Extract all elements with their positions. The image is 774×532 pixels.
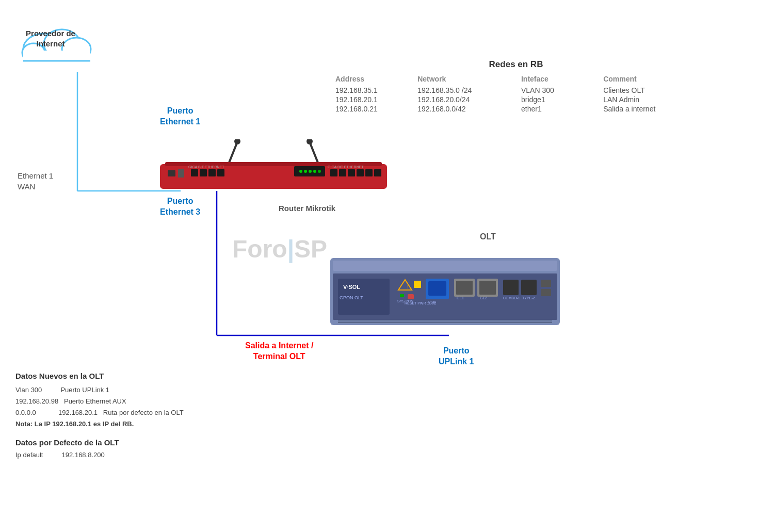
cloud-line2: Internet bbox=[36, 39, 64, 48]
svg-rect-54 bbox=[456, 281, 473, 295]
svg-point-22 bbox=[313, 170, 316, 173]
svg-text:TYPE-2: TYPE-2 bbox=[522, 296, 535, 300]
row1-network: 192.168.35.0 /24 bbox=[417, 86, 511, 94]
col-header-network: Network bbox=[417, 75, 511, 83]
svg-text:PON: PON bbox=[428, 300, 436, 304]
redes-rb-table: Address Network Inteface Comment 192.168… bbox=[335, 75, 697, 113]
datos-nuevos-content: Vlan 300 Puerto UPLink 1 192.168.20.98 P… bbox=[15, 384, 377, 430]
foro-isp-watermark: Foro|SP bbox=[232, 235, 327, 263]
row3-comment: Salida a internet bbox=[603, 105, 697, 113]
svg-text:!: ! bbox=[407, 284, 409, 289]
puerto-eth3-label: Puerto Ethernet 3 bbox=[160, 196, 200, 218]
olt-device: V·SOL GPON OLT ! SYS PON RESET PWR 1GbE bbox=[330, 248, 562, 330]
router-device: GIGA BIT ETHERNET GIGA BIT ETHERNET bbox=[150, 139, 397, 191]
puerto-eth1-line2: Ethernet 1 bbox=[160, 117, 200, 127]
col-header-address: Address bbox=[335, 75, 407, 83]
olt-device-label: OLT bbox=[480, 232, 496, 241]
svg-rect-33 bbox=[357, 169, 364, 176]
svg-rect-46 bbox=[414, 281, 421, 288]
router-mikrotik-label: Router Mikrotik bbox=[279, 204, 335, 213]
svg-rect-32 bbox=[348, 169, 355, 176]
row1-comment: Clientes OLT bbox=[603, 86, 697, 94]
svg-rect-56 bbox=[479, 281, 496, 295]
svg-text:GIGA BIT ETHERNET: GIGA BIT ETHERNET bbox=[328, 165, 364, 169]
svg-point-21 bbox=[309, 170, 312, 173]
svg-rect-35 bbox=[374, 169, 381, 176]
svg-rect-34 bbox=[365, 169, 373, 176]
eth1-wan-line2: WAN bbox=[18, 181, 53, 192]
datos-nuevos-line1: Vlan 300 Puerto UPLink 1 bbox=[15, 384, 377, 396]
row1-address: 192.168.35.1 bbox=[335, 86, 407, 94]
puerto-uplink1-label: Puerto UPLink 1 bbox=[439, 346, 474, 367]
svg-rect-47 bbox=[400, 294, 404, 297]
svg-point-19 bbox=[299, 170, 302, 173]
svg-rect-57 bbox=[503, 280, 519, 295]
svg-rect-30 bbox=[330, 169, 337, 176]
eth1-wan-label: Ethernet 1 WAN bbox=[18, 170, 53, 192]
svg-text:GE2: GE2 bbox=[480, 296, 487, 300]
svg-point-15 bbox=[307, 139, 313, 144]
svg-rect-8 bbox=[23, 51, 90, 66]
row3-interface: ether1 bbox=[521, 105, 593, 113]
svg-rect-49 bbox=[408, 294, 414, 299]
datos-nuevos-nota: Nota: La IP 192.168.20.1 es IP del RB. bbox=[15, 418, 377, 430]
salida-internet-label: Salida a Internet / Terminal OLT bbox=[245, 341, 313, 362]
svg-rect-59 bbox=[541, 280, 551, 287]
datos-defecto-title: Datos por Defecto de la OLT bbox=[15, 438, 377, 447]
puerto-eth1-label: Puerto Ethernet 1 bbox=[160, 106, 200, 127]
redes-rb-title: Redes en RB bbox=[335, 59, 697, 70]
datos-defecto-content: Ip default 192.168.8.200 bbox=[15, 451, 377, 459]
row3-address: 192.168.0.21 bbox=[335, 105, 407, 113]
svg-rect-60 bbox=[541, 289, 551, 296]
svg-point-13 bbox=[234, 139, 240, 144]
svg-point-23 bbox=[318, 170, 321, 173]
datos-nuevos-line2: 192.168.20.98 Puerto Ethernet AUX bbox=[15, 396, 377, 407]
svg-text:GIGA BIT ETHERNET: GIGA BIT ETHERNET bbox=[188, 165, 224, 169]
svg-rect-31 bbox=[339, 169, 346, 176]
svg-text:V·SOL: V·SOL bbox=[343, 284, 360, 290]
col-header-interface: Inteface bbox=[521, 75, 593, 83]
row2-network: 192.168.20.0/24 bbox=[417, 95, 511, 104]
datos-nuevos-title: Datos Nuevos en la OLT bbox=[15, 372, 377, 380]
cloud-line1: Proveedor de bbox=[26, 29, 75, 38]
svg-rect-26 bbox=[191, 169, 198, 176]
row3-network: 192.168.0.0/42 bbox=[417, 105, 511, 113]
svg-rect-24 bbox=[168, 170, 175, 176]
svg-rect-52 bbox=[428, 281, 446, 296]
svg-rect-58 bbox=[521, 280, 537, 295]
svg-rect-28 bbox=[208, 169, 216, 176]
redes-rb-container: Redes en RB Address Network Inteface Com… bbox=[335, 59, 697, 113]
svg-text:GPON OLT: GPON OLT bbox=[340, 295, 363, 300]
bottom-data-section: Datos Nuevos en la OLT Vlan 300 Puerto U… bbox=[15, 372, 377, 459]
puerto-eth3-line2: Ethernet 3 bbox=[160, 207, 200, 218]
cloud-label: Proveedor de Internet bbox=[20, 28, 82, 49]
diagram-container: Proveedor de Internet Ethernet 1 WAN Pue… bbox=[0, 0, 774, 532]
row2-comment: LAN Admin bbox=[603, 95, 697, 104]
row2-interface: bridge1 bbox=[521, 95, 593, 104]
row2-address: 192.168.20.1 bbox=[335, 95, 407, 104]
eth1-wan-line1: Ethernet 1 bbox=[18, 170, 53, 181]
row1-interface: VLAN 300 bbox=[521, 86, 593, 94]
datos-nuevos-line3: 0.0.0.0 192.168.20.1 Ruta por defecto en… bbox=[15, 407, 377, 418]
svg-rect-39 bbox=[333, 261, 557, 271]
puerto-eth1-line1: Puerto bbox=[160, 106, 200, 117]
svg-rect-29 bbox=[217, 169, 224, 176]
datos-defecto-line1: Ip default 192.168.8.200 bbox=[15, 451, 377, 459]
svg-point-20 bbox=[304, 170, 307, 173]
svg-text:COMBO-1: COMBO-1 bbox=[503, 296, 520, 300]
col-header-comment: Comment bbox=[603, 75, 697, 83]
puerto-eth3-line1: Puerto bbox=[160, 196, 200, 207]
svg-rect-25 bbox=[178, 169, 184, 178]
svg-text:GE1: GE1 bbox=[457, 296, 464, 300]
svg-rect-27 bbox=[200, 169, 207, 176]
